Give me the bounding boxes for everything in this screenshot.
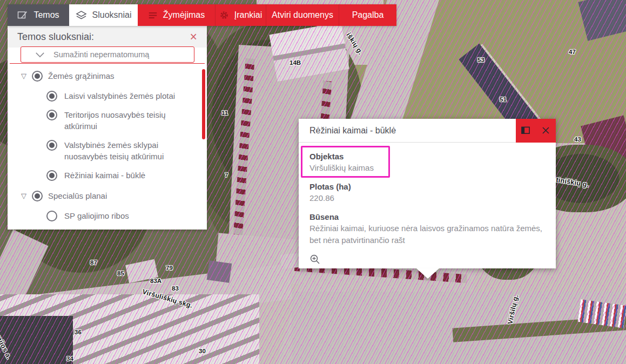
- layer-group-label: Specialūs planai: [48, 191, 107, 200]
- layer-item-valstybines-sklypai[interactable]: Valstybinės žemės sklypai nuosavybės tei…: [8, 136, 200, 166]
- chevron-down-icon: [35, 52, 45, 58]
- layer-group-specialus-planai[interactable]: Specialūs planai: [8, 185, 200, 206]
- popup-title: Rėžiniai kaimai - būklė: [309, 126, 396, 136]
- tab-pagalba[interactable]: Pagalba: [339, 4, 396, 26]
- layer-item-aiksteles[interactable]: Aikštelės: [8, 225, 200, 230]
- tab-label: Žymėjimas: [163, 10, 205, 20]
- layer-item-label: Laisvi valstybinės žemės plotai: [64, 90, 175, 102]
- house-number-label: 43: [574, 136, 581, 143]
- scrollbar-thumb[interactable]: [202, 69, 205, 139]
- radio-selected-icon[interactable]: [46, 91, 57, 102]
- radio-selected-icon[interactable]: [46, 110, 57, 120]
- house-number-label: 36: [75, 329, 82, 335]
- map-sketch-icon: [17, 10, 28, 20]
- house-number-label: 79: [166, 265, 173, 271]
- house-number-label: 30: [199, 348, 206, 354]
- layer-item-label: Teritorijos nuosavybės teisių atkūrimui: [64, 109, 200, 132]
- house-number-label: 87: [90, 259, 97, 266]
- tab-label: Sluoksniai: [92, 10, 132, 20]
- tab-label: Temos: [33, 10, 59, 20]
- tab-atviri-duomenys[interactable]: Atviri duomenys: [266, 4, 339, 26]
- radio-unselected-icon[interactable]: [46, 211, 57, 221]
- popup-pointer: [416, 268, 439, 279]
- house-number-label: 47: [569, 49, 576, 55]
- tab-sluoksniai[interactable]: Sluoksniai: [69, 4, 138, 26]
- layer-tree: Žemės grąžinimas Laisvi valstybinės žemė…: [8, 65, 200, 230]
- layers-panel: Temos sluoksniai: × Sumažinti nepermatom…: [8, 26, 207, 230]
- house-number-label: 83: [172, 285, 179, 292]
- app: 14B 53 47 51 43 11 7 87 85 79 83A 83 36 …: [0, 0, 626, 364]
- layer-item-sp-galiojimo-ribos[interactable]: SP galiojimo ribos: [8, 206, 200, 225]
- popup-close-button[interactable]: [536, 119, 556, 143]
- house-number-label: 34: [66, 355, 73, 362]
- layer-item-reziniai-kaimai[interactable]: Rėžiniai kaimai - būklė: [8, 166, 200, 185]
- tab-label: Pagalba: [352, 10, 384, 20]
- field-busena: Būsena Rėžiniai kaimai, kuriuose nėra la…: [309, 211, 545, 246]
- layer-item-label: Aikštelės: [64, 229, 97, 230]
- layer-group-zemes-grazinimas[interactable]: Žemės grąžinimas: [8, 65, 200, 86]
- field-label: Būsena: [309, 211, 545, 223]
- layers-panel-header: Temos sluoksniai: ×: [8, 26, 207, 48]
- close-icon[interactable]: ×: [190, 31, 197, 43]
- field-label: Objektas: [309, 151, 545, 162]
- layer-group-label: Žemės grąžinimas: [48, 71, 115, 80]
- house-number-label: 53: [477, 57, 484, 63]
- close-icon: [542, 126, 550, 134]
- gear-icon: [219, 10, 229, 20]
- layer-item-label: SP galiojimo ribos: [64, 210, 129, 221]
- marking-lines-icon: [148, 11, 158, 19]
- divider: [10, 63, 205, 64]
- dock-button[interactable]: [516, 119, 536, 143]
- layer-item-teritorijos[interactable]: Teritorijos nuosavybės teisių atkūrimui: [8, 105, 200, 136]
- radio-selected-icon[interactable]: [32, 71, 43, 82]
- feature-popup: Rėžiniai kaimai - būklė Objektas V: [299, 119, 556, 268]
- house-number-label: 7: [225, 172, 228, 178]
- house-number-label: 85: [117, 270, 124, 277]
- radio-selected-icon[interactable]: [46, 170, 57, 181]
- house-number-label: 14B: [290, 59, 301, 66]
- dock-icon: [521, 126, 530, 134]
- layer-item-label: Valstybinės žemės sklypai nuosavybės tei…: [64, 139, 200, 162]
- panel-title: Temos sluoksniai:: [17, 31, 94, 43]
- layers-icon: [76, 10, 87, 21]
- tab-zymejimas[interactable]: Žymėjimas: [138, 4, 215, 26]
- field-value: 220.86: [309, 192, 545, 204]
- reduce-opacity-button[interactable]: Sumažinti nepermatomumą: [21, 46, 194, 63]
- layer-item-label: Rėžiniai kaimai - būklė: [64, 170, 145, 181]
- tab-irankiai[interactable]: Įrankiai: [215, 4, 266, 26]
- layer-item-laisvi-plotai[interactable]: Laisvi valstybinės žemės plotai: [8, 86, 200, 105]
- collapse-arrow-icon[interactable]: [21, 192, 26, 199]
- field-value: Rėžiniai kaimai, kuriuose nėra laisvos g…: [309, 223, 545, 246]
- house-number-label: 51: [500, 96, 507, 103]
- popup-header: Rėžiniai kaimai - būklė: [299, 119, 556, 143]
- zoom-to-feature-icon[interactable]: [309, 254, 321, 266]
- house-number-label: 83A: [150, 278, 161, 284]
- field-label: Plotas (ha): [309, 181, 545, 192]
- house-number-label: 11: [221, 110, 228, 116]
- field-plotas: Plotas (ha) 220.86: [309, 181, 545, 204]
- radio-selected-icon[interactable]: [46, 140, 57, 151]
- field-objektas: Objektas Viršuliškių kaimas: [309, 151, 545, 174]
- tab-temos[interactable]: Temos: [8, 4, 69, 26]
- tab-label: Įrankiai: [234, 10, 262, 20]
- popup-actions: [516, 119, 556, 143]
- collapse-arrow-icon[interactable]: [21, 72, 26, 79]
- radio-selected-icon[interactable]: [32, 191, 43, 201]
- popup-body: Objektas Viršuliškių kaimas Plotas (ha) …: [299, 143, 556, 268]
- field-value: Viršuliškių kaimas: [309, 162, 545, 174]
- reduce-opacity-label: Sumažinti nepermatomumą: [53, 50, 149, 59]
- tab-label: Atviri duomenys: [272, 10, 333, 20]
- top-navigation: Temos Sluoksniai Žymėjimas Įrankiai Atvi…: [8, 4, 396, 26]
